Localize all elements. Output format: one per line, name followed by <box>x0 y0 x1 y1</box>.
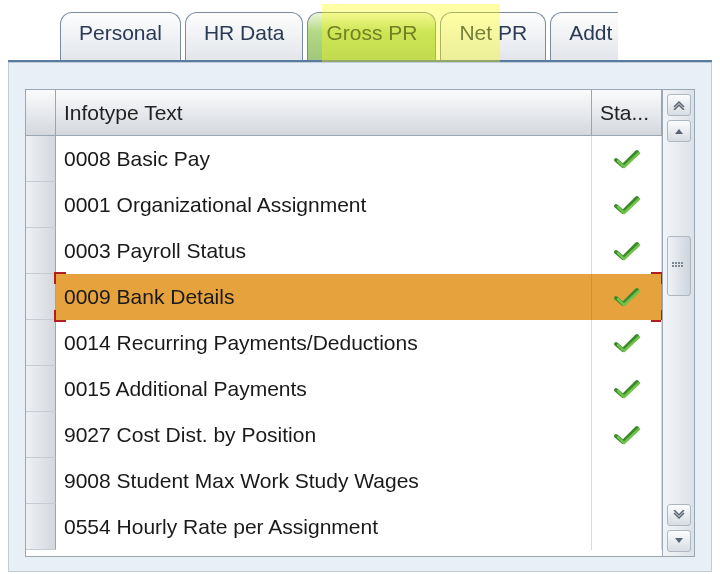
check-icon <box>613 148 641 170</box>
row-text[interactable]: 0015 Additional Payments <box>56 366 592 412</box>
table-row[interactable]: 0014 Recurring Payments/Deductions <box>26 320 662 366</box>
row-status <box>592 366 662 412</box>
row-selector[interactable] <box>26 458 56 504</box>
row-selector[interactable] <box>26 320 56 366</box>
scroll-up-button[interactable] <box>667 120 691 142</box>
tab-strip: Personal HR Data Gross PR Net PR Addt <box>0 0 720 60</box>
row-status <box>592 274 662 320</box>
grid-rows: 0008 Basic Pay0001 Organizational Assign… <box>26 136 662 556</box>
table-row[interactable]: 0008 Basic Pay <box>26 136 662 182</box>
row-status <box>592 182 662 228</box>
scroll-thumb[interactable] <box>667 236 691 296</box>
grid-header-selector[interactable] <box>26 90 56 135</box>
row-selector[interactable] <box>26 366 56 412</box>
row-text[interactable]: 0009 Bank Details <box>56 274 592 320</box>
row-text[interactable]: 0001 Organizational Assignment <box>56 182 592 228</box>
row-selector[interactable] <box>26 136 56 182</box>
row-status <box>592 320 662 366</box>
table-row[interactable]: 9008 Student Max Work Study Wages <box>26 458 662 504</box>
tab-net-pr[interactable]: Net PR <box>440 12 546 60</box>
scroll-page-up-button[interactable] <box>667 94 691 116</box>
row-selector[interactable] <box>26 228 56 274</box>
check-icon <box>613 240 641 262</box>
scroll-track[interactable] <box>667 146 691 500</box>
tab-gross-pr[interactable]: Gross PR <box>307 12 436 60</box>
tab-additional[interactable]: Addt <box>550 12 618 60</box>
table-row[interactable]: 9027 Cost Dist. by Position <box>26 412 662 458</box>
row-selector[interactable] <box>26 504 56 550</box>
check-icon <box>613 378 641 400</box>
table-row[interactable]: 0554 Hourly Rate per Assignment <box>26 504 662 550</box>
grid-header-row: Infotype Text Sta... <box>26 90 662 136</box>
tab-hr-data[interactable]: HR Data <box>185 12 304 60</box>
scroll-down-button[interactable] <box>667 530 691 552</box>
scroll-page-down-button[interactable] <box>667 504 691 526</box>
table-row[interactable]: 0001 Organizational Assignment <box>26 182 662 228</box>
row-status <box>592 504 662 550</box>
vertical-scrollbar[interactable] <box>662 90 694 556</box>
row-selector[interactable] <box>26 412 56 458</box>
row-status <box>592 412 662 458</box>
row-status <box>592 458 662 504</box>
row-status <box>592 136 662 182</box>
check-icon <box>613 332 641 354</box>
row-text[interactable]: 0014 Recurring Payments/Deductions <box>56 320 592 366</box>
row-text[interactable]: 0554 Hourly Rate per Assignment <box>56 504 592 550</box>
table-row[interactable]: 0015 Additional Payments <box>26 366 662 412</box>
scroll-thumb-grip-icon <box>672 262 686 270</box>
row-status <box>592 228 662 274</box>
row-selector[interactable] <box>26 182 56 228</box>
row-text[interactable]: 0003 Payroll Status <box>56 228 592 274</box>
row-text[interactable]: 9027 Cost Dist. by Position <box>56 412 592 458</box>
table-row[interactable]: 0009 Bank Details <box>26 274 662 320</box>
row-text[interactable]: 0008 Basic Pay <box>56 136 592 182</box>
grid-header-text[interactable]: Infotype Text <box>56 90 592 135</box>
check-icon <box>613 286 641 308</box>
infotype-grid: Infotype Text Sta... 0008 Basic Pay0001 … <box>25 89 695 557</box>
check-icon <box>613 194 641 216</box>
row-text[interactable]: 9008 Student Max Work Study Wages <box>56 458 592 504</box>
table-row[interactable]: 0003 Payroll Status <box>26 228 662 274</box>
tab-panel: Infotype Text Sta... 0008 Basic Pay0001 … <box>8 62 712 572</box>
grid-body: Infotype Text Sta... 0008 Basic Pay0001 … <box>26 90 662 556</box>
tab-personal[interactable]: Personal <box>60 12 181 60</box>
check-icon <box>613 424 641 446</box>
grid-header-status[interactable]: Sta... <box>592 90 662 135</box>
row-selector[interactable] <box>26 274 56 320</box>
